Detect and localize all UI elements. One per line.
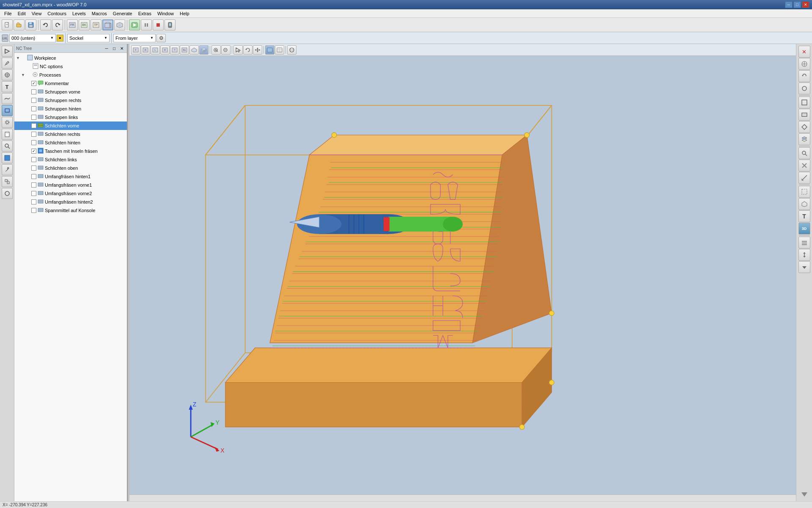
- tree-item-schlichten-vorne[interactable]: ✓Schlichten vorne: [14, 121, 127, 130]
- scene-canvas[interactable]: Z Y X: [129, 56, 796, 501]
- rt-close-button[interactable]: ✕: [798, 46, 810, 58]
- rt-rect1-button[interactable]: [798, 97, 810, 108]
- fromlayer-dropdown[interactable]: From layer ▼: [113, 34, 156, 42]
- menu-generate[interactable]: Generate: [110, 10, 135, 17]
- lt-arrow-button[interactable]: [2, 46, 13, 57]
- pause-button[interactable]: [141, 19, 152, 30]
- level-dropdown[interactable]: 000 (unten) ▼: [9, 34, 56, 42]
- minimize-button[interactable]: ─: [785, 1, 793, 8]
- 3d-view-button[interactable]: [102, 19, 113, 30]
- menu-contours[interactable]: Contours: [45, 10, 69, 17]
- checkbox-schlichten-vorne[interactable]: ✓: [31, 123, 36, 128]
- menu-extras[interactable]: Extras: [136, 10, 154, 17]
- vt-front-button[interactable]: F: [131, 45, 140, 55]
- vt-left-button[interactable]: L: [151, 45, 160, 55]
- vt-rotate-button[interactable]: [243, 45, 252, 55]
- isometric-button[interactable]: [114, 19, 125, 30]
- vt-wireframe-button[interactable]: [275, 45, 284, 55]
- vt-shaded-button[interactable]: [265, 45, 274, 55]
- tree-item-umfang-hinten2[interactable]: Umfangsfräsen hinten2: [14, 198, 127, 206]
- vt-iso-button[interactable]: [189, 45, 199, 55]
- tree-item-processes[interactable]: ▼Processes: [14, 71, 127, 79]
- tree-item-nc-options[interactable]: NC options: [14, 62, 127, 71]
- lt-circle-button[interactable]: [2, 188, 13, 199]
- rt-zoom2-button[interactable]: [798, 147, 810, 159]
- menu-view[interactable]: View: [29, 10, 44, 17]
- rt-star-button[interactable]: [798, 58, 810, 70]
- lt-transform-button[interactable]: [2, 176, 13, 187]
- tree-item-kommentar[interactable]: ✓Kommentar: [14, 79, 127, 88]
- back-view-button[interactable]: BK: [79, 19, 90, 30]
- vt-top-button[interactable]: T: [170, 45, 179, 55]
- lt-zoom-button[interactable]: [2, 141, 13, 152]
- layer-dropdown[interactable]: Sockel ▼: [67, 34, 110, 42]
- checkbox-schlichten-rechts[interactable]: [31, 132, 36, 137]
- tree-item-schruppen-rechts[interactable]: Schruppen rechts: [14, 96, 127, 105]
- rt-layers-button[interactable]: [798, 133, 810, 145]
- tree-maximize-btn[interactable]: □: [111, 45, 118, 52]
- menu-file[interactable]: File: [2, 10, 14, 17]
- rt-box2-button[interactable]: [798, 198, 810, 210]
- checkbox-kommentar[interactable]: ✓: [31, 81, 36, 86]
- vt-3d-button[interactable]: [199, 45, 208, 55]
- checkbox-schlichten-hinten[interactable]: [31, 140, 36, 145]
- lt-pen-button[interactable]: [2, 58, 13, 69]
- close-button[interactable]: ✕: [802, 1, 809, 8]
- checkbox-schruppen-rechts[interactable]: [31, 98, 36, 103]
- new-button[interactable]: [2, 19, 13, 30]
- save-button[interactable]: [25, 19, 36, 30]
- rt-lines-button[interactable]: [798, 237, 810, 248]
- lt-wrench-button[interactable]: [2, 164, 13, 175]
- vt-globe-button[interactable]: [287, 45, 296, 55]
- rt-nav-bottom[interactable]: [798, 488, 810, 500]
- lt-wave-button[interactable]: [2, 93, 13, 104]
- top-view-button[interactable]: TP: [91, 19, 102, 30]
- rt-resize-button[interactable]: [798, 249, 810, 261]
- open-button[interactable]: [14, 19, 25, 30]
- lt-rect-button[interactable]: [2, 105, 13, 116]
- tree-item-umfang-vorne1[interactable]: Umfangsfräsen vorne1: [14, 181, 127, 189]
- vt-zoomin-button[interactable]: [211, 45, 221, 55]
- rt-rotate-button[interactable]: [798, 70, 810, 82]
- vt-back-button[interactable]: B: [141, 45, 150, 55]
- menu-window[interactable]: Window: [155, 10, 176, 17]
- vt-select-button[interactable]: [233, 45, 243, 55]
- lt-gear-button[interactable]: [2, 117, 13, 128]
- tree-item-umfang-hinten1[interactable]: Umfangfräsen hinten1: [14, 172, 127, 181]
- rt-measure-button[interactable]: [798, 172, 810, 184]
- menu-levels[interactable]: Levels: [70, 10, 88, 17]
- lt-clipboard-button[interactable]: [2, 129, 13, 140]
- simulate-button[interactable]: [129, 19, 140, 30]
- undo-button[interactable]: [40, 19, 51, 30]
- viewport-3d[interactable]: F B L R T Bo: [129, 44, 796, 501]
- checkbox-umfang-vorne1[interactable]: [31, 182, 36, 188]
- tree-item-schlichten-hinten[interactable]: Schlichten hinten: [14, 138, 127, 147]
- tree-item-schlichten-rechts[interactable]: Schlichten rechts: [14, 130, 127, 138]
- device-button[interactable]: [165, 19, 176, 30]
- vt-pan-button[interactable]: [253, 45, 262, 55]
- tree-minimize-btn[interactable]: ─: [103, 45, 110, 52]
- checkbox-taschen-inseln[interactable]: ✓: [31, 149, 36, 154]
- tree-item-schruppen-links[interactable]: Schruppen links: [14, 113, 127, 121]
- tree-item-umfang-vorne2[interactable]: Umfangsfräsen vorne2: [14, 189, 127, 198]
- lt-fill-button[interactable]: [2, 152, 13, 163]
- tree-item-taschen-inseln[interactable]: ✓Taschen mit Inseln fräsen: [14, 147, 127, 155]
- menu-help[interactable]: Help: [177, 10, 192, 17]
- rt-rect3-button[interactable]: [798, 121, 810, 133]
- menu-macros[interactable]: Macros: [89, 10, 110, 17]
- rt-x-button[interactable]: [798, 160, 810, 171]
- checkbox-schruppen-vorne[interactable]: [31, 89, 36, 94]
- tree-item-spannmittel[interactable]: Spannmittel auf Konsole: [14, 206, 127, 215]
- vt-right-button[interactable]: R: [160, 45, 170, 55]
- tree-item-schlichten-oben[interactable]: Schlichten oben: [14, 164, 127, 172]
- rt-box1-button[interactable]: [798, 186, 810, 198]
- vt-bottom-button[interactable]: Bo: [180, 45, 189, 55]
- checkbox-umfang-hinten1[interactable]: [31, 174, 36, 179]
- front-view-button[interactable]: FR: [67, 19, 78, 30]
- checkbox-schlichten-links[interactable]: [31, 157, 36, 162]
- menu-edit[interactable]: Edit: [15, 10, 28, 17]
- fromlayer-settings-button[interactable]: ⚙: [156, 34, 166, 42]
- checkbox-spannmittel[interactable]: [31, 208, 36, 213]
- redo-button[interactable]: [52, 19, 63, 30]
- rt-rect2-button[interactable]: [798, 109, 810, 121]
